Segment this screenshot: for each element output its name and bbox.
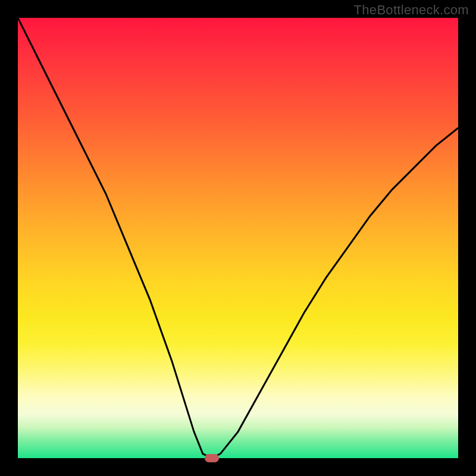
gradient-background <box>18 18 458 458</box>
chart-frame: TheBottleneck.com <box>0 0 476 476</box>
watermark-text: TheBottleneck.com <box>354 2 469 18</box>
plot-area <box>18 18 458 458</box>
optimal-point-marker <box>205 454 219 462</box>
